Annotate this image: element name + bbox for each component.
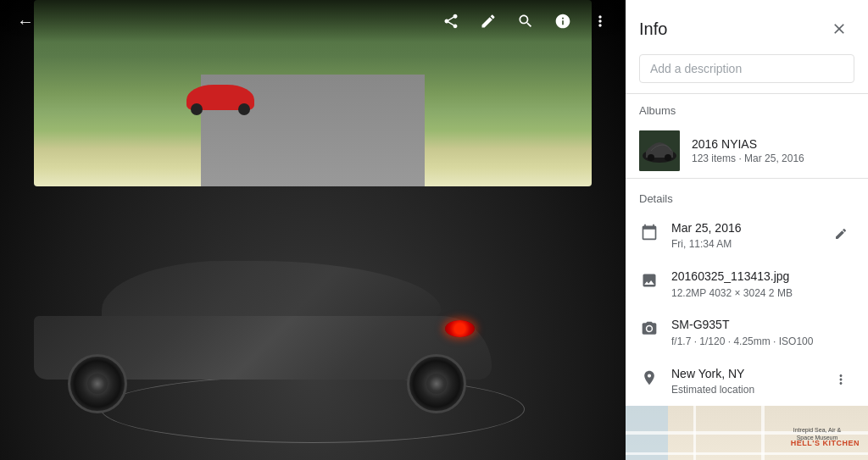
share-button[interactable] — [436, 6, 466, 36]
zoom-icon — [517, 13, 534, 30]
info-panel-title: Info — [639, 19, 667, 39]
album-info: 2016 NYIAS 123 items · Mar 25, 2016 — [692, 137, 854, 164]
car-wheel-rear — [68, 354, 127, 413]
svg-point-2 — [648, 154, 654, 161]
details-section-label: Details — [626, 189, 868, 212]
location-more-button[interactable] — [827, 366, 854, 393]
more-icon — [592, 13, 609, 30]
car-wheel-front — [407, 354, 466, 413]
location-sub: Estimated location — [671, 383, 815, 397]
car-rear-light — [445, 320, 475, 337]
toolbar-icons — [436, 6, 615, 36]
camera-icon — [639, 319, 659, 339]
file-detail-item[interactable]: 20160325_113413.jpg 12.2MP 4032 × 3024 2… — [626, 260, 868, 308]
location-main: New York, NY — [671, 366, 815, 383]
share-icon — [442, 13, 459, 30]
zoom-button[interactable] — [510, 6, 541, 36]
date-edit-button[interactable] — [827, 220, 854, 247]
info-header: Info — [626, 0, 868, 51]
album-item[interactable]: 2016 NYIAS 123 items · Mar 25, 2016 — [626, 124, 868, 178]
album-thumbnail — [639, 130, 680, 171]
image-icon — [639, 270, 659, 291]
date-detail-item[interactable]: Mar 25, 2016 Fri, 11:34 AM — [626, 212, 868, 260]
map-road-v2 — [761, 406, 765, 460]
camera-detail-content: SM-G935T f/1.7 · 1/120 · 4.25mm · ISO100 — [671, 317, 854, 348]
date-main: Mar 25, 2016 — [671, 220, 815, 237]
svg-point-3 — [665, 154, 671, 161]
description-field[interactable]: Add a description — [639, 54, 854, 83]
details-section: Details Mar 25, 2016 Fri, 11:34 AM — [626, 186, 868, 407]
info-icon — [554, 13, 571, 30]
map-inner: HELL'S KITCHEN Intrepid Sea, Air & Space… — [626, 406, 868, 460]
album-date: Mar 25, 2016 — [744, 152, 804, 164]
file-detail-content: 20160325_113413.jpg 12.2MP 4032 × 3024 2… — [671, 269, 854, 300]
albums-section-label: Albums — [626, 101, 868, 124]
divider-1 — [626, 93, 868, 94]
album-items-count: 123 items — [692, 152, 736, 164]
location-detail-item[interactable]: New York, NY Estimated location — [626, 357, 868, 406]
location-detail-content: New York, NY Estimated location — [671, 366, 815, 397]
album-thumb-image — [639, 130, 680, 171]
more-button[interactable] — [585, 6, 615, 36]
back-button[interactable]: ← — [10, 5, 41, 38]
camera-detail-item[interactable]: SM-G935T f/1.7 · 1/120 · 4.25mm · ISO100 — [626, 308, 868, 357]
divider-2 — [626, 178, 868, 179]
map-road-h2 — [626, 452, 868, 455]
info-button[interactable] — [548, 6, 578, 36]
map-road-v1 — [693, 406, 696, 460]
close-icon — [831, 20, 848, 37]
photo-toolbar: ← — [0, 0, 626, 42]
photo-viewer: ← — [0, 0, 626, 460]
file-main: 20160325_113413.jpg — [671, 269, 854, 285]
date-detail-content: Mar 25, 2016 Fri, 11:34 AM — [671, 220, 815, 252]
location-more-icon — [833, 372, 849, 387]
album-meta: 123 items · Mar 25, 2016 — [692, 152, 854, 164]
location-icon — [639, 368, 659, 388]
photo-background — [0, 0, 626, 460]
camera-main: SM-G935T — [671, 317, 854, 334]
date-sub: Fri, 11:34 AM — [671, 237, 815, 252]
red-car-background — [186, 85, 254, 110]
album-thumb-car-svg — [639, 130, 680, 171]
main-car — [17, 219, 492, 413]
file-sub: 12.2MP 4032 × 3024 2 MB — [671, 286, 854, 301]
album-name: 2016 NYIAS — [692, 137, 854, 151]
close-button[interactable] — [824, 14, 854, 44]
edit-button[interactable] — [473, 6, 504, 36]
calendar-icon — [639, 222, 659, 242]
museum-label: Intrepid Sea, Air & Space Museum — [792, 427, 843, 441]
map-thumbnail[interactable]: HELL'S KITCHEN Intrepid Sea, Air & Space… — [626, 406, 868, 460]
edit-icon — [480, 13, 497, 30]
info-panel: Info Add a description Albums — [626, 0, 868, 460]
date-edit-icon — [834, 227, 848, 241]
camera-sub: f/1.7 · 1/120 · 4.25mm · ISO100 — [671, 335, 854, 349]
